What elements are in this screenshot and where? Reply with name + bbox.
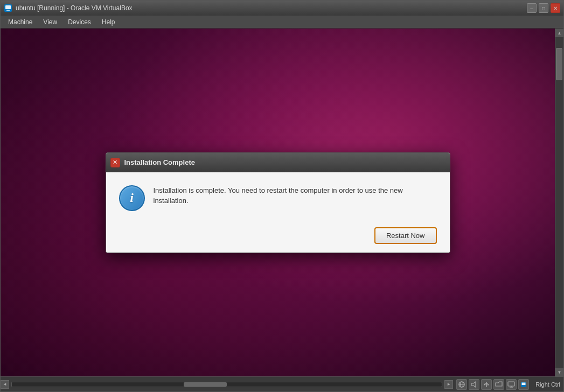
- dialog-footer: Restart Now: [106, 222, 450, 253]
- display-icon[interactable]: [506, 379, 517, 390]
- dialog-close-button[interactable]: ✕: [110, 158, 120, 167]
- scroll-right-button[interactable]: ►: [444, 380, 453, 389]
- app-icon: [4, 4, 12, 12]
- restart-now-button[interactable]: Restart Now: [374, 227, 437, 244]
- horizontal-scrollbar[interactable]: [11, 382, 442, 387]
- right-ctrl-label: Right Ctrl: [532, 381, 563, 388]
- dialog-title-bar: ✕ Installation Complete: [106, 153, 450, 172]
- menu-machine[interactable]: Machine: [3, 17, 38, 27]
- title-bar: ubuntu [Running] - Oracle VM VirtualBox …: [1, 1, 563, 16]
- info-icon: i: [119, 185, 145, 211]
- scroll-down-button[interactable]: ▼: [555, 368, 563, 376]
- folder-icon[interactable]: [493, 379, 504, 390]
- horizontal-scrollbar-area: [9, 377, 444, 391]
- dialog-overlay: ✕ Installation Complete i Installation i…: [1, 29, 555, 376]
- menu-help[interactable]: Help: [96, 17, 121, 27]
- window-title: ubuntu [Running] - Oracle VM VirtualBox: [16, 4, 527, 12]
- scroll-up-button[interactable]: ▲: [555, 29, 563, 37]
- status-icons: [453, 379, 532, 390]
- menu-devices[interactable]: Devices: [62, 17, 96, 27]
- svg-rect-15: [522, 382, 526, 385]
- vertical-scrollbar: ▲ ▼: [555, 29, 563, 376]
- dialog-body: i Installation is complete. You need to …: [106, 172, 450, 222]
- svg-point-9: [484, 383, 486, 385]
- close-window-button[interactable]: ✕: [551, 3, 560, 13]
- menu-bar: Machine View Devices Help: [1, 16, 563, 29]
- svg-marker-6: [471, 382, 476, 387]
- usb-icon[interactable]: [481, 379, 492, 390]
- scrollbar-track: [555, 37, 563, 368]
- h-scrollbar-thumb[interactable]: [184, 382, 227, 387]
- minimize-button[interactable]: –: [527, 3, 537, 13]
- scrollbar-thumb[interactable]: [556, 48, 562, 80]
- scroll-left-button[interactable]: ◄: [1, 380, 9, 389]
- network-icon[interactable]: [456, 379, 467, 390]
- virtualbox-window: ubuntu [Running] - Oracle VM VirtualBox …: [0, 0, 564, 392]
- svg-rect-2: [6, 10, 10, 11]
- svg-rect-11: [508, 382, 514, 386]
- dialog-message: Installation is complete. You need to re…: [154, 185, 437, 206]
- maximize-button[interactable]: □: [539, 3, 548, 13]
- ubuntu-desktop[interactable]: ✕ Installation Complete i Installation i…: [1, 29, 555, 376]
- svg-rect-1: [5, 5, 11, 9]
- status-bar: ◄ ►: [1, 376, 563, 391]
- svg-rect-10: [488, 384, 489, 385]
- installation-complete-dialog: ✕ Installation Complete i Installation i…: [106, 152, 450, 253]
- dialog-message-area: Installation is complete. You need to re…: [154, 185, 437, 206]
- window-controls: – □ ✕: [527, 3, 560, 13]
- vm-viewport: ✕ Installation Complete i Installation i…: [1, 29, 563, 376]
- virtualbox-icon[interactable]: [518, 379, 529, 390]
- dialog-title: Installation Complete: [124, 158, 195, 166]
- audio-icon[interactable]: [469, 379, 479, 390]
- menu-view[interactable]: View: [38, 17, 62, 27]
